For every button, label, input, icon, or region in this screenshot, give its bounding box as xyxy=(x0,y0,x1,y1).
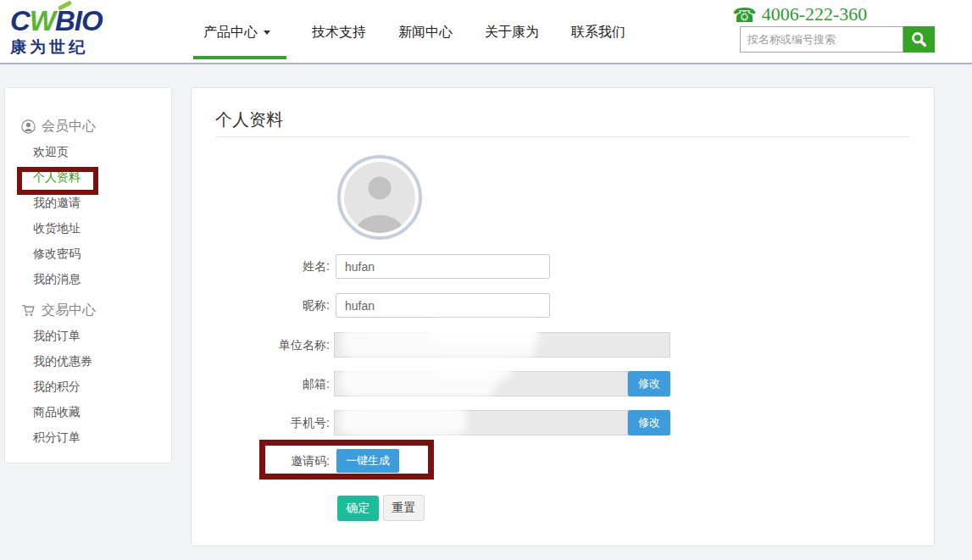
annotation-box-invite-code xyxy=(259,440,434,480)
sidebar-item-messages[interactable]: 我的消息 xyxy=(33,266,171,291)
mobile-input xyxy=(334,410,628,435)
company-input xyxy=(334,332,670,358)
sidebar-item-welcome[interactable]: 欢迎页 xyxy=(33,139,171,164)
search-button[interactable] xyxy=(903,26,935,53)
sidebar-section-title: 交易中心 xyxy=(42,302,96,319)
nav-item-contact[interactable]: 联系我们 xyxy=(571,24,625,42)
email-input xyxy=(334,371,628,396)
confirm-button[interactable]: 确定 xyxy=(337,496,379,521)
nav-item-products[interactable]: 产品中心 xyxy=(203,24,270,42)
page-title: 个人资料 xyxy=(215,108,283,131)
sidebar-section-trade: 交易中心 xyxy=(21,297,171,323)
title-divider xyxy=(215,136,910,137)
hotline: ☎4006-222-360 xyxy=(732,3,867,27)
nickname-label: 昵称: xyxy=(192,293,330,318)
sidebar: 会员中心 欢迎页 个人资料 我的邀请 收货地址 修改密码 我的消息 交易中心 我… xyxy=(4,87,172,463)
avatar xyxy=(337,155,422,240)
annotation-box-profile xyxy=(17,167,98,195)
name-input[interactable] xyxy=(336,254,550,279)
nav-item-news[interactable]: 新闻中心 xyxy=(398,24,453,42)
chevron-down-icon xyxy=(264,30,270,35)
sidebar-item-favorites[interactable]: 商品收藏 xyxy=(33,399,171,424)
nav-item-about[interactable]: 关于康为 xyxy=(485,24,539,42)
page: CWBIO 康为世纪 产品中心 技术支持 新闻中心 关于康为 联系我们 ☎400… xyxy=(0,0,972,560)
sidebar-section-member: 会员中心 xyxy=(21,114,171,139)
mobile-edit-button[interactable]: 修改 xyxy=(628,410,670,435)
cart-icon xyxy=(21,303,36,318)
brand-subtitle: 康为世纪 xyxy=(10,38,103,57)
active-nav-underline xyxy=(193,56,286,59)
sidebar-item-coupons[interactable]: 我的优惠券 xyxy=(33,348,171,374)
sidebar-item-orders[interactable]: 我的订单 xyxy=(33,323,171,348)
avatar-placeholder-icon xyxy=(344,162,415,233)
search-icon xyxy=(910,30,928,48)
email-edit-button[interactable]: 修改 xyxy=(628,371,670,396)
redaction-smudge xyxy=(436,358,513,380)
redaction-smudge xyxy=(428,321,538,345)
mobile-label: 手机号: xyxy=(192,410,330,435)
sidebar-item-points-orders[interactable]: 积分订单 xyxy=(33,424,171,450)
name-label: 姓名: xyxy=(192,254,330,279)
nav-item-support[interactable]: 技术支持 xyxy=(312,24,366,42)
search-input[interactable] xyxy=(740,26,903,53)
phone-icon: ☎ xyxy=(732,4,757,26)
company-label: 单位名称: xyxy=(192,332,330,358)
nickname-input[interactable] xyxy=(336,293,550,318)
sidebar-section-title: 会员中心 xyxy=(42,118,96,136)
reset-button[interactable]: 重置 xyxy=(383,495,425,521)
email-label: 邮箱: xyxy=(192,371,330,396)
user-icon xyxy=(21,119,36,134)
sidebar-item-points[interactable]: 我的积分 xyxy=(33,374,171,399)
sidebar-item-address[interactable]: 收货地址 xyxy=(33,215,171,241)
redaction-smudge xyxy=(340,404,467,436)
sidebar-item-password[interactable]: 修改密码 xyxy=(33,241,171,266)
hotline-number: 4006-222-360 xyxy=(762,3,868,25)
brand-logo[interactable]: CWBIO 康为世纪 xyxy=(10,5,103,57)
brand-wordmark: CWBIO xyxy=(10,5,103,37)
site-header: CWBIO 康为世纪 产品中心 技术支持 新闻中心 关于康为 联系我们 ☎400… xyxy=(0,0,972,64)
